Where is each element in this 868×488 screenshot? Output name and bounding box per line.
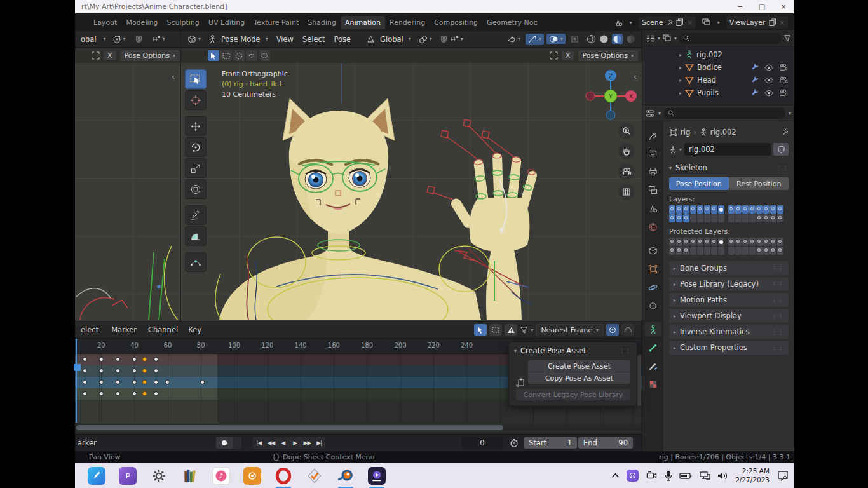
- outliner-mode-chevron[interactable]: ▾: [658, 36, 660, 41]
- menu-view[interactable]: View: [273, 35, 297, 44]
- layer-cell[interactable]: [676, 214, 682, 222]
- toggle-perspective-icon[interactable]: [618, 184, 635, 200]
- layer-cell[interactable]: [763, 214, 770, 222]
- properties-tab-view-layer[interactable]: [645, 183, 661, 197]
- keyframe-dot[interactable]: [83, 380, 87, 384]
- keyframe-dot[interactable]: [142, 369, 147, 373]
- tray-network-icon[interactable]: [699, 471, 710, 480]
- proportional-edit-icon[interactable]: ▾: [505, 34, 523, 45]
- layer-cell[interactable]: [763, 247, 770, 255]
- keyframe-dot[interactable]: [132, 391, 137, 396]
- snap-settings-icon[interactable]: ▾: [149, 34, 168, 44]
- layer-cell[interactable]: [777, 247, 783, 255]
- properties-options-chevron[interactable]: ▾: [789, 111, 791, 116]
- rest-position-button[interactable]: Rest Position: [729, 177, 789, 190]
- taskbar-app-picsart[interactable]: P: [118, 466, 137, 485]
- tab-modeling[interactable]: Modeling: [121, 16, 162, 29]
- layer-cell[interactable]: [742, 205, 749, 214]
- keyframe-dot[interactable]: [165, 380, 170, 384]
- tool-measure[interactable]: [185, 226, 207, 246]
- warning-icon[interactable]: [505, 324, 517, 336]
- layer-cell[interactable]: [728, 205, 735, 214]
- outliner-scene-icon[interactable]: [663, 34, 672, 42]
- section-bone-groups[interactable]: ▸Bone Groups⋮⋮: [669, 261, 789, 275]
- section-motion-paths[interactable]: ▸Motion Paths⋮⋮: [669, 293, 789, 307]
- layer-cell[interactable]: [690, 247, 696, 255]
- tray-microphone-icon[interactable]: [665, 470, 672, 481]
- layer-cell[interactable]: [742, 238, 749, 246]
- layer-cell[interactable]: [728, 214, 735, 222]
- camera-view-icon[interactable]: [618, 163, 635, 180]
- notification-center-icon[interactable]: [776, 470, 789, 482]
- layer-cell[interactable]: [735, 247, 742, 255]
- menu-key[interactable]: Key: [185, 325, 205, 334]
- keyframe-dot[interactable]: [116, 369, 120, 373]
- view-layer-dropdown-chevron[interactable]: ▾: [717, 20, 720, 25]
- proportional-edit-button[interactable]: [606, 324, 619, 336]
- properties-display-icon[interactable]: [646, 109, 655, 118]
- create-pose-asset-button[interactable]: Create Pose Asset: [528, 360, 630, 372]
- mirror-x-button[interactable]: X: [562, 51, 574, 60]
- taskbar-app-settings-gear[interactable]: [149, 466, 168, 485]
- layer-cell[interactable]: [669, 247, 675, 255]
- datablock-name-input[interactable]: rig.002: [684, 143, 771, 156]
- layer-cell[interactable]: [711, 205, 717, 214]
- minimize-button[interactable]: ─: [729, 0, 751, 13]
- pose-options-dropdown[interactable]: Pose Options ▾: [578, 50, 638, 61]
- menu-pose[interactable]: Pose: [330, 35, 354, 44]
- outliner-item-name[interactable]: Pupils: [697, 88, 719, 97]
- armature-layers-grid[interactable]: [669, 205, 789, 222]
- breadcrumb-data[interactable]: rig.002: [710, 128, 736, 137]
- layer-cell[interactable]: [749, 205, 756, 214]
- tool-annotate[interactable]: [185, 205, 207, 225]
- layer-cell[interactable]: [690, 238, 696, 246]
- keyframe-dot[interactable]: [132, 357, 137, 362]
- taskbar-app-checker-app[interactable]: [305, 466, 324, 485]
- properties-tab-world[interactable]: [645, 220, 661, 234]
- outliner-item-name[interactable]: Head: [697, 76, 716, 85]
- layer-cell[interactable]: [756, 214, 763, 222]
- keyframe-dot[interactable]: [142, 357, 147, 362]
- taskbar-app-blender[interactable]: [336, 466, 355, 485]
- pan-hand-icon[interactable]: [618, 143, 635, 159]
- properties-tab-collection[interactable]: [645, 243, 661, 257]
- layer-cell[interactable]: [763, 205, 770, 214]
- layer-cell[interactable]: [676, 205, 682, 214]
- properties-tab-object[interactable]: [645, 262, 661, 276]
- keyframe-dot[interactable]: [154, 357, 158, 362]
- properties-tab-scene[interactable]: [645, 201, 661, 215]
- properties-tab-bone[interactable]: [645, 341, 661, 355]
- layer-cell[interactable]: [711, 247, 717, 255]
- breadcrumb-object[interactable]: rig: [681, 128, 690, 137]
- falloff-curve-icon[interactable]: [621, 324, 634, 336]
- layer-cell[interactable]: [704, 205, 710, 214]
- disclosure-icon[interactable]: ▸: [679, 65, 682, 71]
- tool-select-box[interactable]: [185, 69, 207, 89]
- mirror-x-button[interactable]: X: [104, 51, 116, 60]
- keyframe-dot[interactable]: [132, 380, 137, 384]
- tab-sculpting[interactable]: Sculpting: [162, 16, 203, 29]
- unlink-scene-icon[interactable]: ×: [687, 19, 692, 26]
- prev-keyframe-button[interactable]: ◀◀: [265, 437, 277, 449]
- menu-select-truncated[interactable]: elect: [78, 325, 102, 334]
- popup-header[interactable]: ▾ Create Pose Asset ⋮⋮: [509, 342, 637, 360]
- properties-search-input[interactable]: [664, 108, 785, 119]
- filter-icon[interactable]: [520, 326, 528, 334]
- snap-magnet-icon[interactable]: [132, 34, 146, 44]
- layer-cell[interactable]: [683, 238, 689, 246]
- layer-cell[interactable]: [728, 247, 735, 255]
- tab-animation[interactable]: Animation: [341, 16, 385, 29]
- tool-rotate[interactable]: [185, 137, 207, 157]
- hide-eye-icon[interactable]: [764, 64, 773, 71]
- layer-cell[interactable]: [704, 238, 710, 246]
- vertical-scrollbar[interactable]: [637, 355, 641, 406]
- keyframe-dot[interactable]: [154, 369, 158, 373]
- keyframe-dot[interactable]: [142, 380, 147, 384]
- layer-cell[interactable]: [718, 247, 724, 255]
- menu-marker-truncated[interactable]: arker: [75, 438, 97, 447]
- layer-cell[interactable]: [676, 238, 682, 246]
- layer-cell[interactable]: [770, 214, 776, 222]
- layer-cell[interactable]: [728, 238, 735, 246]
- tab-shading[interactable]: Shading: [303, 16, 341, 29]
- properties-tab-physics[interactable]: [645, 280, 661, 294]
